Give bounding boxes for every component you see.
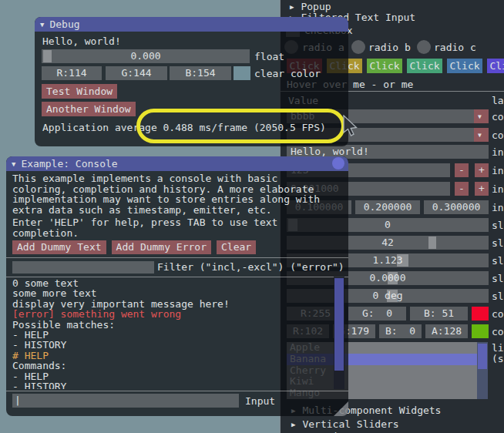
- help-line: Enter 'HELP' for help, press TAB to use …: [12, 217, 277, 228]
- widget-label: combo: [492, 111, 504, 123]
- slider-grab[interactable]: [428, 237, 436, 249]
- widget-label: listbox: [492, 342, 504, 354]
- tree-node-label: Vertical Sliders: [302, 418, 398, 430]
- color2-swatch[interactable]: [472, 324, 489, 338]
- slider-value: 0.000: [130, 50, 160, 62]
- color1-b-drag[interactable]: B: 51: [410, 307, 468, 321]
- log-line: some more text: [12, 288, 331, 298]
- text-cursor: |: [12, 394, 21, 406]
- drag-value: B:154: [185, 67, 215, 79]
- filter-input[interactable]: [12, 261, 154, 274]
- log-line: 0 some text: [12, 278, 331, 288]
- listbox-scrollbar[interactable]: [477, 342, 488, 399]
- float3-value: 0.200000: [364, 201, 412, 213]
- console-intro-text: This example implements a console with b…: [12, 173, 320, 215]
- scrollbar-grab[interactable]: [478, 344, 487, 369]
- widget-label: input float3: [492, 202, 504, 213]
- debug-titlebar[interactable]: Debug: [35, 17, 348, 32]
- log-line: - HELP: [12, 330, 331, 340]
- window-title: Example: Console: [21, 158, 117, 170]
- scrollbar-grab[interactable]: [334, 278, 344, 371]
- clear-color-r-drag[interactable]: R:114: [42, 66, 102, 80]
- separator: [6, 277, 348, 277]
- color1-swatch[interactable]: [472, 307, 489, 321]
- radio-b-label: radio b: [368, 42, 411, 53]
- another-window-button[interactable]: Another Window: [42, 102, 136, 116]
- test-window-button[interactable]: Test Window: [42, 84, 117, 99]
- help-line: completion.: [12, 228, 277, 239]
- intro-line: This example implements a console with b…: [12, 173, 320, 184]
- float3-value: 0.300000: [432, 201, 481, 213]
- slider-grab[interactable]: [387, 290, 398, 302]
- widget-label: (single select): [492, 353, 504, 364]
- log-line: display very important message here!: [12, 299, 331, 309]
- float3-input-z[interactable]: 0.300000: [424, 200, 489, 214]
- float-slider[interactable]: 0.000: [42, 49, 250, 63]
- drag-value: B: 51: [424, 307, 454, 319]
- text-input-value: Hello, world!: [287, 146, 369, 157]
- drag-value: G: 0: [362, 307, 392, 319]
- widget-label: combo: [492, 129, 504, 141]
- add-dummy-error-button[interactable]: Add Dummy Error: [112, 240, 211, 254]
- resize-grip[interactable]: [334, 401, 348, 416]
- console-log[interactable]: 0 some text some more text display very …: [12, 278, 331, 389]
- click-button-purple[interactable]: Click: [487, 59, 504, 73]
- float-slider-label: float: [254, 51, 284, 62]
- clear-color-g-drag[interactable]: G:144: [106, 66, 167, 80]
- widget-label: slider log float: [492, 273, 504, 284]
- log-line: - HISTORY: [12, 381, 331, 389]
- clear-color-b-drag[interactable]: B:154: [170, 66, 231, 80]
- desktop: Popup Filtered Text Input checkbox radio…: [0, 0, 504, 433]
- add-dummy-text-button[interactable]: Add Dummy Text: [12, 240, 106, 254]
- console-scrollbar[interactable]: [334, 277, 344, 389]
- console-titlebar[interactable]: Example: Console: [6, 156, 348, 171]
- widget-label: color 2: [492, 326, 504, 337]
- slider-grab[interactable]: [397, 254, 408, 267]
- slider-value: 0: [385, 219, 391, 230]
- log-line: Possible matches:: [12, 320, 331, 330]
- plus-button[interactable]: +: [475, 163, 489, 177]
- radio-c-button[interactable]: [417, 40, 431, 54]
- radio-b-button[interactable]: [351, 40, 365, 54]
- log-line: Commands:: [12, 361, 331, 371]
- console-buttons-row: Add Dummy Text Add Dummy Error Clear: [12, 240, 256, 254]
- log-line: - HELP: [12, 371, 331, 381]
- slider-grab[interactable]: [388, 272, 398, 284]
- click-button-blue[interactable]: Click: [447, 59, 482, 73]
- float3-input-y[interactable]: 0.200000: [355, 200, 420, 214]
- drag-value: G:144: [121, 67, 151, 79]
- window-title: Debug: [49, 18, 79, 30]
- color2-a-drag[interactable]: A:128: [425, 324, 468, 338]
- close-icon[interactable]: [332, 157, 344, 170]
- clear-color-label: clear color: [254, 68, 321, 79]
- filter-label: Filter ("incl,-excl") ("error"): [157, 261, 344, 273]
- drag-value: B: 0: [385, 325, 415, 337]
- intro-line: coloring, completion and history. A more…: [12, 184, 320, 195]
- log-line-error: [error] something went wrong: [12, 309, 331, 319]
- click-button-teal[interactable]: Click: [407, 59, 442, 73]
- minus-button[interactable]: -: [455, 182, 469, 196]
- chevron-down-icon[interactable]: [474, 109, 489, 123]
- widget-label: input text: [492, 146, 504, 158]
- console-input-label: Input: [245, 395, 275, 407]
- color2-b-drag[interactable]: B: 0: [379, 324, 422, 338]
- slider-grab[interactable]: [43, 50, 52, 62]
- console-input[interactable]: |: [12, 394, 239, 408]
- tree-node-vertical-sliders[interactable]: Vertical Sliders: [291, 418, 399, 430]
- minus-button[interactable]: -: [455, 163, 469, 177]
- tree-node-popup[interactable]: Popup: [290, 1, 331, 12]
- console-help-text: Enter 'HELP' for help, press TAB to use …: [12, 217, 277, 238]
- widget-label: slider int: [492, 237, 504, 249]
- console-window: Example: Console This example implements…: [6, 156, 348, 416]
- click-button-green[interactable]: Click: [367, 59, 402, 73]
- widget-label: color 1: [492, 308, 504, 320]
- separator: [6, 257, 348, 258]
- radio-c-label: radio c: [434, 42, 476, 53]
- clear-color-swatch[interactable]: [234, 66, 250, 80]
- clear-button[interactable]: Clear: [217, 240, 256, 254]
- chevron-down-icon[interactable]: [474, 128, 489, 142]
- plus-button[interactable]: +: [475, 182, 489, 196]
- color1-g-drag[interactable]: G: 0: [348, 307, 406, 321]
- widget-label: input float: [492, 183, 504, 195]
- widget-label: slider int: [492, 220, 504, 231]
